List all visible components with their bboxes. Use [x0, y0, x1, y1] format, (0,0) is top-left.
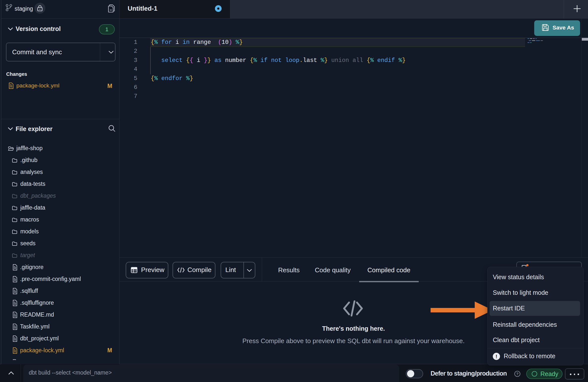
- svg-text:?: ?: [516, 372, 518, 376]
